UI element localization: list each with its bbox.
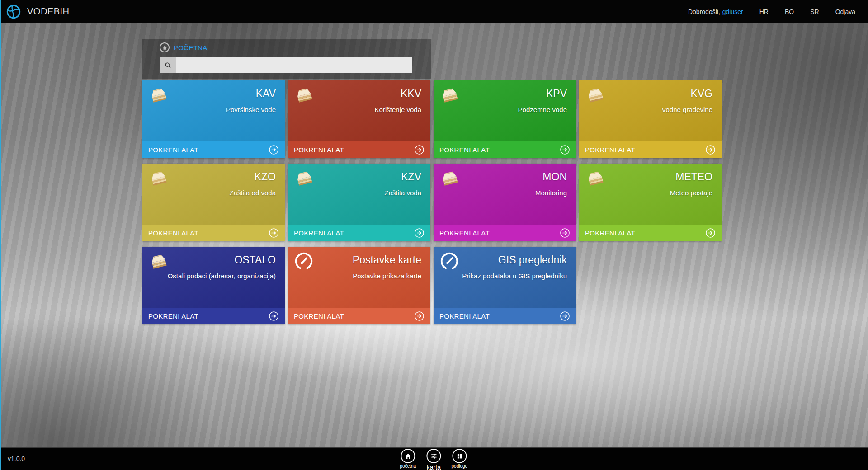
arrow-circle-icon [414,145,425,155]
layers-stack-icon [148,85,170,106]
search-box [160,57,412,73]
search-icon [160,57,176,73]
tile-run-button[interactable]: POKRENI ALAT [434,308,576,324]
username-link[interactable]: gdiuser [722,8,743,15]
tile-title: OSTALO [234,254,276,266]
tile-run-button[interactable]: POKRENI ALAT [434,225,576,241]
tile-gis-preglednik[interactable]: GIS preglednik Prikaz podataka u GIS pre… [434,247,576,324]
tile-title: KZO [255,171,276,183]
tile-run-button[interactable]: POKRENI ALAT [142,308,285,324]
tile-body: KAV Površinske vode [142,80,285,141]
arrow-circle-icon [269,228,279,238]
tile-body: KKV Korištenje voda [288,80,430,141]
tile-title: Postavke karte [353,254,421,266]
tile-body: KPV Podzemne vode [434,80,576,141]
nav-item-sr[interactable]: SR [810,8,819,15]
tile-meteo[interactable]: METEO Meteo postaje POKRENI ALAT [579,164,722,241]
gauge-icon [293,251,315,273]
tile-kpv[interactable]: KPV Podzemne vode POKRENI ALAT [434,80,576,158]
tile-action-label: POKRENI ALAT [294,229,344,237]
tile-subtitle: Prikaz podataka u GIS pregledniku [462,272,567,280]
left-edge-accent [0,0,1,470]
tile-action-label: POKRENI ALAT [439,229,490,237]
dock-label: početna [400,464,416,469]
tile-title: GIS preglednik [498,254,567,266]
tile-postavke-karte[interactable]: Postavke karte Postavke prikaza karte PO… [288,247,430,324]
tile-run-button[interactable]: POKRENI ALAT [288,225,430,241]
dock-item-početna[interactable]: početna [397,449,418,470]
layers-stack-icon [439,85,461,106]
tile-run-button[interactable]: POKRENI ALAT [434,141,576,158]
tile-run-button[interactable]: POKRENI ALAT [579,225,722,241]
tile-body: OSTALO Ostali podaci (adresar, organizac… [142,247,285,308]
layers-stack-icon [148,251,170,273]
nav-item-odjava[interactable]: Odjava [835,8,855,15]
tile-subtitle: Meteo postaje [670,189,712,197]
tile-action-label: POKRENI ALAT [148,229,198,237]
tile-body: KZV Zaštita voda [288,164,430,225]
tiles-icon [452,449,467,463]
tile-action-label: POKRENI ALAT [585,229,635,237]
tile-body: Postavke karte Postavke prikaza karte [288,247,430,308]
layers-stack-icon [148,168,170,189]
tile-kkv[interactable]: KKV Korištenje voda POKRENI ALAT [288,80,430,158]
search-input[interactable] [176,57,412,73]
app-logo-icon [6,4,21,19]
arrow-circle-icon [705,145,716,155]
layers-stack-icon [585,85,606,106]
tile-title: KPV [546,88,567,100]
layers-stack-icon [439,168,461,189]
nav-item-bo[interactable]: BO [785,8,794,15]
tile-action-label: POKRENI ALAT [148,146,198,154]
tile-title: METEO [675,171,712,183]
dock-item-karta[interactable]: karta [423,449,444,470]
tile-kzv[interactable]: KZV Zaštita voda POKRENI ALAT [288,164,430,241]
layers-stack-icon [293,85,315,106]
tile-title: KAV [256,88,276,100]
breadcrumb-label: POČETNA [174,44,208,52]
arrow-circle-icon [560,145,570,155]
tile-title: MON [542,171,567,183]
tile-body: KZO Zaštita od voda [142,164,285,225]
layers-stack-icon [293,168,315,189]
tile-subtitle: Podzemne vode [518,106,567,113]
tile-kvg[interactable]: KVG Vodne građevine POKRENI ALAT [579,80,722,158]
app-title: VODEBIH [27,6,70,17]
tile-kzo[interactable]: KZO Zaštita od voda POKRENI ALAT [142,164,285,241]
tile-subtitle: Postavke prikaza karte [353,272,421,280]
tile-action-label: POKRENI ALAT [439,146,490,154]
tile-title: KKV [401,88,421,100]
tile-run-button[interactable]: POKRENI ALAT [579,141,722,158]
logo-home-link[interactable]: VODEBIH [0,4,70,19]
tile-action-label: POKRENI ALAT [585,146,635,154]
dock-item-podloge[interactable]: podloge [449,449,470,470]
nav-item-hr[interactable]: HR [760,8,769,15]
tile-mon[interactable]: MON Monitoring POKRENI ALAT [434,164,576,241]
tile-body: MON Monitoring [434,164,576,225]
search-panel: POČETNA [142,39,431,79]
breadcrumb[interactable]: POČETNA [160,42,208,52]
tile-ostalo[interactable]: OSTALO Ostali podaci (adresar, organizac… [142,247,285,324]
arrow-circle-icon [560,228,570,238]
arrow-circle-icon [414,311,425,321]
tile-run-button[interactable]: POKRENI ALAT [142,225,285,241]
tile-run-button[interactable]: POKRENI ALAT [288,141,430,158]
sliders-icon [426,449,441,463]
tile-title: KVG [690,88,712,100]
home-icon [401,449,415,463]
tile-subtitle: Vodne građevine [661,106,712,113]
arrow-circle-icon [269,311,279,321]
tile-action-label: POKRENI ALAT [294,312,344,320]
tile-subtitle: Zaštita od voda [229,189,276,197]
layers-stack-icon [585,168,606,189]
tile-subtitle: Ostali podaci (adresar, organizacija) [168,272,276,280]
tool-tiles-grid: KAV Površinske vode POKRENI ALAT [142,80,722,324]
home-circle-icon [160,42,170,52]
tile-kav[interactable]: KAV Površinske vode POKRENI ALAT [142,80,285,158]
arrow-circle-icon [414,228,425,238]
welcome-prefix: Dobrodošli, [688,8,720,15]
arrow-circle-icon [269,145,279,155]
tile-run-button[interactable]: POKRENI ALAT [288,308,430,324]
tile-subtitle: Monitoring [535,189,567,197]
tile-run-button[interactable]: POKRENI ALAT [142,141,285,158]
